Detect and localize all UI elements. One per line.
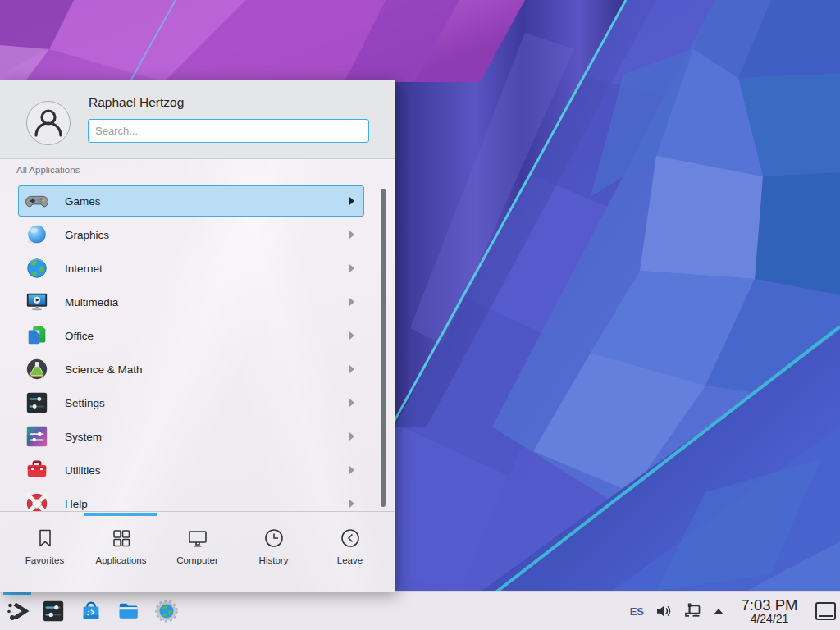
category-label: Multimedia (65, 296, 118, 308)
tab-label: History (259, 555, 289, 565)
category-label: Games (65, 195, 101, 208)
category-row-games[interactable]: Games (18, 185, 364, 217)
clock-date: 4/24/21 (735, 613, 804, 625)
category-list-scrollbar[interactable] (381, 189, 386, 507)
pinned-web-browser[interactable] (148, 592, 185, 630)
system-sliders-icon (25, 424, 49, 449)
section-label: All Applications (16, 165, 80, 175)
pinned-file-manager[interactable] (110, 592, 148, 630)
submenu-arrow-icon (349, 264, 354, 272)
category-list: Games Graphics (0, 183, 395, 511)
wired-network-icon[interactable] (682, 601, 702, 621)
launcher-header: Raphael Hertzog (0, 80, 395, 159)
science-flask-icon (25, 357, 49, 381)
launcher-button[interactable] (0, 592, 34, 630)
tab-leave[interactable]: Leave (312, 527, 388, 565)
show-desktop-button[interactable] (815, 602, 836, 620)
discover-icon (78, 598, 104, 624)
internet-globe-icon (25, 256, 49, 281)
submenu-arrow-icon (349, 466, 354, 474)
category-row-help[interactable]: Help (18, 488, 364, 511)
tab-label: Leave (337, 555, 363, 565)
computer-icon (186, 527, 209, 550)
kickoff-launcher-icon (4, 598, 30, 624)
category-label: Help (65, 498, 88, 510)
tab-label: Applications (95, 555, 146, 565)
digital-clock[interactable]: 7:03 PM 4/24/21 (735, 597, 804, 625)
bookmark-icon (34, 527, 57, 550)
category-row-system[interactable]: System (18, 421, 364, 452)
text-cursor (94, 124, 94, 138)
leave-icon (339, 527, 362, 550)
submenu-arrow-icon (349, 231, 354, 239)
graphics-sphere-icon (25, 222, 49, 247)
category-row-utilities[interactable]: Utilities (18, 454, 364, 486)
system-tray: ES 7:03 PM 4/24/21 (630, 592, 840, 630)
category-row-graphics[interactable]: Graphics (18, 219, 364, 250)
category-label: Settings (65, 397, 105, 409)
search-input[interactable] (88, 119, 369, 143)
active-tab-indicator (84, 513, 157, 516)
pinned-system-settings[interactable] (34, 592, 72, 630)
category-row-settings[interactable]: Settings (18, 387, 364, 418)
history-clock-icon (262, 527, 285, 550)
category-label: Office (65, 330, 94, 342)
gamepad-icon (25, 189, 49, 213)
submenu-arrow-icon (349, 365, 354, 373)
settings-sliders-icon (25, 390, 49, 415)
utilities-toolbox-icon (25, 458, 49, 482)
tab-computer[interactable]: Computer (159, 527, 235, 565)
tab-applications[interactable]: Applications (83, 527, 159, 565)
system-settings-icon (40, 598, 66, 624)
user-avatar[interactable] (26, 101, 71, 145)
tab-label: Favorites (25, 555, 64, 565)
category-row-science-math[interactable]: Science & Math (18, 354, 364, 385)
clock-time: 7:03 PM (735, 597, 804, 613)
submenu-arrow-icon (349, 197, 354, 205)
category-label: Utilities (65, 464, 101, 477)
multimedia-monitor-icon (25, 290, 49, 314)
application-launcher-popup: Raphael Hertzog All Applications Games (0, 80, 395, 592)
submenu-arrow-icon (349, 500, 354, 508)
submenu-arrow-icon (349, 432, 354, 441)
web-browser-icon (153, 598, 180, 624)
category-label: Science & Math (65, 363, 143, 376)
tab-favorites[interactable]: Favorites (7, 527, 83, 565)
category-label: Graphics (65, 229, 109, 241)
bottom-panel: ES 7:03 PM 4/24/21 (0, 591, 840, 630)
category-label: System (65, 431, 102, 443)
app-grid-icon (110, 527, 133, 550)
submenu-arrow-icon (349, 331, 354, 340)
help-lifebuoy-icon (25, 491, 49, 511)
category-label: Internet (65, 262, 103, 275)
tab-history[interactable]: History (235, 527, 312, 565)
submenu-arrow-icon (349, 399, 354, 407)
volume-icon[interactable] (655, 602, 673, 620)
launcher-tab-bar: Favorites Applications Computer (0, 511, 395, 593)
office-documents-icon (25, 323, 49, 348)
pinned-discover[interactable] (72, 592, 110, 630)
user-name: Raphael Hertzog (89, 95, 184, 110)
search-field-wrap (88, 119, 369, 143)
file-manager-icon (116, 598, 142, 624)
category-row-internet[interactable]: Internet (18, 253, 364, 284)
category-row-office[interactable]: Office (18, 320, 364, 351)
expand-tray-icon[interactable] (712, 606, 725, 616)
submenu-arrow-icon (349, 298, 354, 306)
category-row-multimedia[interactable]: Multimedia (18, 286, 364, 317)
keyboard-layout-indicator[interactable]: ES (630, 605, 644, 618)
tab-label: Computer (176, 555, 218, 565)
